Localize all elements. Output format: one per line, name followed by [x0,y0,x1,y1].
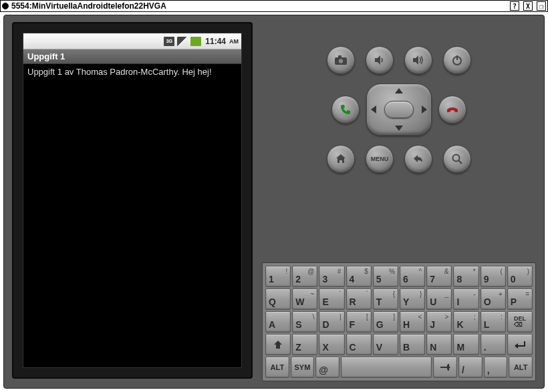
network-3g-icon: 3G [164,37,174,46]
key-H[interactable]: H< [400,311,425,333]
key-2[interactable]: 2@ [292,266,317,287]
record-icon [2,3,9,9]
dpad [366,83,432,136]
home-button[interactable] [327,145,355,173]
phone-bezel: 3G 11:44 AM Uppgift 1 Uppgift 1 av Thoma… [12,22,253,379]
key-N[interactable]: N [426,334,452,355]
key-shift[interactable] [265,334,291,355]
key-X[interactable]: X [319,334,344,355]
key-G[interactable]: G] [373,311,398,333]
key-T[interactable]: T{ [373,288,398,310]
svg-marker-10 [274,341,282,349]
svg-rect-0 [335,57,347,65]
svg-marker-4 [413,55,418,65]
key-J[interactable]: J> [426,311,452,333]
dpad-center[interactable] [384,101,414,118]
key-P[interactable]: P= [507,288,533,310]
svg-line-9 [459,161,462,164]
key-U[interactable]: U_ [426,288,452,310]
dpad-down[interactable] [395,126,403,131]
key-D[interactable]: D| [319,311,344,333]
key-period[interactable]: . [481,334,506,355]
status-clock: 11:44 [205,37,226,46]
key-I[interactable]: I- [453,288,478,310]
key-9[interactable]: 9( [481,266,506,287]
key-alt-right[interactable]: ALT [509,357,533,378]
dpad-up[interactable] [395,88,403,93]
search-button[interactable] [443,145,471,173]
key-del[interactable]: DEL⌫ [507,311,533,333]
end-call-button[interactable] [438,95,466,124]
hardware-keyboard: 1!2@3#4$5%6^7&8*9(0) QW~E´R`T{Y}U_I-O+P=… [262,262,536,381]
status-ampm: AM [229,38,239,45]
key-slash[interactable]: / [458,357,483,378]
key-1[interactable]: 1! [265,266,291,287]
emulator-frame: 3G 11:44 AM Uppgift 1 Uppgift 1 av Thoma… [3,15,545,389]
key-L[interactable]: L: [481,311,506,333]
hardware-button-grid: MENU [262,22,536,185]
window-restore-button[interactable]: ❐ [537,1,546,11]
phone-screen[interactable]: 3G 11:44 AM Uppgift 1 Uppgift 1 av Thoma… [23,33,242,368]
key-C[interactable]: C [346,334,372,355]
key-A[interactable]: A [265,311,291,333]
key-5[interactable]: 5% [373,266,398,287]
battery-icon [190,37,201,46]
key-S[interactable]: S\ [292,311,317,333]
svg-point-8 [453,155,460,162]
dpad-right[interactable] [422,106,427,114]
key-M[interactable]: M [453,334,478,355]
key-R[interactable]: R` [346,288,372,310]
power-button[interactable] [443,46,471,74]
menu-label: MENU [371,156,389,162]
key-F[interactable]: F[ [346,311,372,333]
svg-marker-7 [336,154,346,163]
window-titlebar: 5554:MinVirtuellaAndroidtelefon22HVGA ? … [0,0,548,12]
window-help-button[interactable]: ? [510,1,519,11]
volume-down-button[interactable] [366,46,394,74]
camera-button[interactable] [327,46,355,74]
key-V[interactable]: V [373,334,398,355]
signal-icon [177,37,188,46]
menu-button[interactable]: MENU [366,145,394,173]
window-title: 5554:MinVirtuellaAndroidtelefon22HVGA [11,1,506,11]
volume-up-button[interactable] [404,46,432,74]
key-8[interactable]: 8* [453,266,478,287]
key-W[interactable]: W~ [292,288,317,310]
back-button[interactable] [404,145,432,173]
key-6[interactable]: 6^ [400,266,425,287]
key-Z[interactable]: Z [292,334,317,355]
app-body-text: Uppgift 1 av Thomas Padron-McCarthy. Hej… [23,64,241,367]
key-sym[interactable]: SYM [291,357,315,378]
status-bar: 3G 11:44 AM [23,33,241,49]
key-K[interactable]: K; [453,311,478,333]
key-7[interactable]: 7& [426,266,452,287]
svg-rect-1 [338,55,341,58]
key-alt-left[interactable]: ALT [265,357,289,378]
key-tab[interactable] [433,357,457,378]
svg-marker-3 [375,55,380,65]
dpad-left[interactable] [371,106,376,114]
app-title: Uppgift 1 [23,49,241,64]
key-space[interactable] [341,357,432,378]
key-B[interactable]: B [400,334,425,355]
call-button[interactable] [331,95,360,124]
svg-point-5 [453,57,461,65]
svg-rect-6 [456,55,458,60]
key-Y[interactable]: Y} [400,288,425,310]
key-O[interactable]: O+ [481,288,506,310]
key-4[interactable]: 4$ [346,266,372,287]
hardware-controls: MENU 1!2@3#4$5%6^7&8*9(0) QW~E´R`T{Y}U_I… [262,22,536,381]
key-3[interactable]: 3# [319,266,344,287]
key-E[interactable]: E´ [319,288,344,310]
svg-point-2 [339,59,343,63]
key-at[interactable]: @ [315,357,339,378]
key-0[interactable]: 0) [507,266,533,287]
window-close-button[interactable]: X [523,1,533,11]
key-Q[interactable]: Q [265,288,291,310]
key-enter[interactable] [507,334,533,355]
key-comma[interactable]: , [484,357,508,378]
